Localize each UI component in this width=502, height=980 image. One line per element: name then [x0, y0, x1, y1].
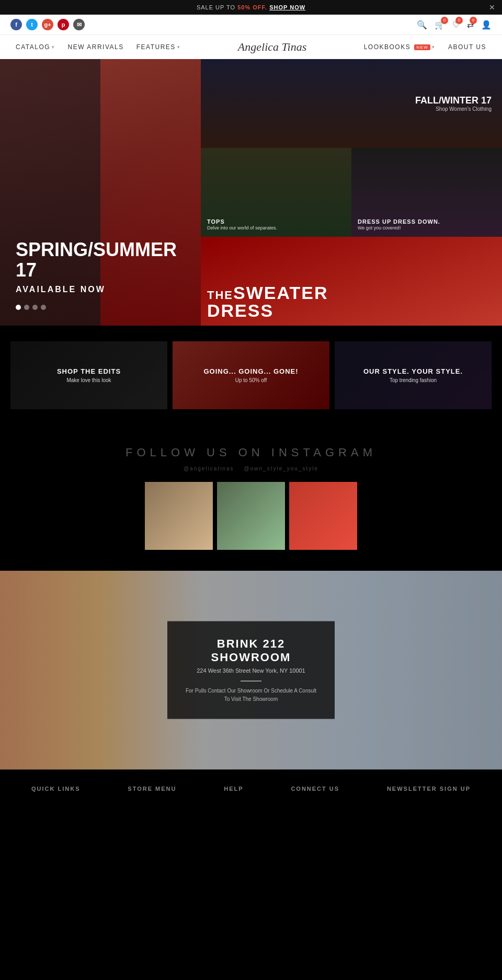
lookbooks-arrow: ▾ — [432, 44, 436, 50]
instagram-photo-1[interactable] — [145, 482, 213, 550]
hero-grid: SPRING/SUMMER 17 AVAILABLE NOW FALL/WINT… — [0, 59, 502, 326]
promo-sub-3: Top trending fashion — [390, 377, 437, 383]
hero-section: SPRING/SUMMER 17 AVAILABLE NOW FALL/WINT… — [0, 59, 502, 326]
cart-icon[interactable]: 🛒0 — [435, 20, 445, 30]
sale-text: SALE UP TO — [197, 4, 237, 10]
promo-card-3[interactable]: OUR STYLE. YOUR STYLE. Top trending fash… — [335, 341, 492, 409]
instagram-handle-1[interactable]: @angelicatinas — [184, 466, 234, 471]
nav-about[interactable]: ABOUT US — [448, 43, 486, 51]
footer-col-store-menu: STORE MENU — [128, 786, 176, 792]
social-bar: f t g+ p ✉ 🔍 🛒0 ♡0 ⇄0 👤 — [0, 15, 502, 34]
promo-sub-1: Make love this look — [66, 377, 111, 383]
hero-left-content: SPRING/SUMMER 17 AVAILABLE NOW — [16, 239, 185, 310]
brand-logo[interactable]: Angelica Tinas — [238, 40, 306, 54]
footer-connect-label[interactable]: CONNECT US — [291, 786, 339, 792]
tops-title: TOPS — [207, 218, 277, 225]
footer-columns: QUICK LINKS STORE MENU HELP CONNECT US N… — [10, 786, 492, 792]
footer-quick-links-label[interactable]: QUICK LINKS — [31, 786, 81, 792]
tops-content: TOPS Delve into our world of separates. — [207, 218, 277, 230]
showroom-card: BRINK 212 SHOWROOM 224 West 36th Street … — [167, 621, 335, 719]
footer-col-quick-links: QUICK LINKS — [31, 786, 81, 792]
dress-content: DRESS UP DRESS DOWN. We got you covered! — [358, 218, 440, 230]
nav-right: LOOKBOOKS NEW ▾ ABOUT US — [364, 43, 486, 51]
catalog-arrow: ▾ — [52, 44, 55, 50]
hero-cell-tops[interactable]: TOPS Delve into our world of separates. — [201, 148, 351, 237]
dot-4[interactable] — [41, 305, 46, 310]
footer-col-newsletter: NEWSLETTER SIGN UP — [387, 786, 471, 792]
instagram-handles: @angelicatinas @own_style_you_style — [10, 466, 492, 471]
dot-2[interactable] — [24, 305, 29, 310]
hero-title: SPRING/SUMMER 17 — [16, 239, 185, 281]
shop-now-link[interactable]: SHOP NOW — [269, 4, 305, 10]
main-nav: CATALOG ▾ NEW ARRIVALS FEATURES ▾ Angeli… — [0, 34, 502, 59]
promo-overlay-1: SHOP THE EDITS Make love this look — [10, 341, 167, 409]
fall-title: FALL/WINTER 17 — [415, 95, 492, 106]
dot-3[interactable] — [32, 305, 38, 310]
search-icon[interactable]: 🔍 — [417, 20, 427, 30]
showroom-address: 224 West 36th Street New York, NY 10001 — [183, 667, 319, 674]
footer-col-connect: CONNECT US — [291, 786, 339, 792]
sweater-prefix: THE — [207, 289, 233, 302]
nav-lookbooks[interactable]: LOOKBOOKS NEW ▾ — [364, 43, 436, 51]
promo-card-2[interactable]: GOING... GOING... GONE! Up to 50% off — [173, 341, 329, 409]
sweater-text: THESWEATERDRESS — [207, 284, 328, 319]
hero-cell-fall[interactable]: FALL/WINTER 17 Shop Women's Clothing — [201, 59, 502, 148]
nav-left: CATALOG ▾ NEW ARRIVALS FEATURES ▾ — [16, 43, 180, 51]
instagram-grid — [10, 482, 492, 550]
promo-section: SHOP THE EDITS Make love this look GOING… — [0, 326, 502, 425]
showroom-divider — [241, 681, 261, 682]
promo-overlay-3: OUR STYLE. YOUR STYLE. Top trending fash… — [335, 341, 492, 409]
promo-title-1: SHOP THE EDITS — [57, 367, 121, 375]
hero-right-grid: FALL/WINTER 17 Shop Women's Clothing TOP… — [201, 59, 502, 326]
fall-label: FALL/WINTER 17 Shop Women's Clothing — [415, 95, 492, 112]
slider-dots — [16, 305, 185, 310]
account-icon[interactable]: 👤 — [481, 20, 492, 30]
nav-new-arrivals[interactable]: NEW ARRIVALS — [68, 43, 124, 51]
footer-store-menu-label[interactable]: STORE MENU — [128, 786, 176, 792]
header-icons: 🔍 🛒0 ♡0 ⇄0 👤 — [417, 20, 492, 30]
email-icon[interactable]: ✉ — [73, 19, 85, 30]
hero-cell-dress[interactable]: DRESS UP DRESS DOWN. We got you covered! — [351, 148, 502, 237]
dress-title: DRESS UP DRESS DOWN. — [358, 218, 440, 225]
social-icons: f t g+ p ✉ — [10, 19, 85, 30]
showroom-title: BRINK 212 SHOWROOM — [183, 637, 319, 664]
showroom-section: BRINK 212 SHOWROOM 224 West 36th Street … — [0, 571, 502, 769]
features-arrow: ▾ — [177, 44, 181, 50]
dot-1[interactable] — [16, 305, 21, 310]
footer-col-help: HELP — [224, 786, 243, 792]
compare-badge: 0 — [470, 17, 477, 24]
nav-features[interactable]: FEATURES ▾ — [136, 43, 181, 51]
promo-card-1[interactable]: SHOP THE EDITS Make love this look — [10, 341, 167, 409]
footer-newsletter-label[interactable]: NEWSLETTER SIGN UP — [387, 786, 471, 792]
promo-sub-2: Up to 50% off — [235, 377, 267, 383]
pinterest-icon[interactable]: p — [58, 19, 69, 30]
cart-badge: 0 — [441, 17, 448, 24]
showroom-description: For Pulls Contact Our Showroom Or Schedu… — [183, 687, 319, 704]
close-banner-button[interactable]: ✕ — [489, 3, 496, 11]
dress-sub: We got you covered! — [358, 225, 440, 230]
instagram-title: FOLLOW US ON INSTAGRAM — [10, 446, 492, 459]
top-banner: SALE UP TO 50% OFF. SHOP NOW ✕ — [0, 0, 502, 15]
instagram-section: FOLLOW US ON INSTAGRAM @angelicatinas @o… — [0, 425, 502, 571]
instagram-photo-3[interactable] — [289, 482, 357, 550]
hero-left-panel[interactable]: SPRING/SUMMER 17 AVAILABLE NOW — [0, 59, 201, 326]
tops-sub: Delve into our world of separates. — [207, 225, 277, 230]
footer-help-label[interactable]: HELP — [224, 786, 243, 792]
wishlist-icon[interactable]: ♡0 — [452, 20, 460, 30]
instagram-handle-2[interactable]: @own_style_you_style — [244, 466, 318, 471]
promo-title-2: GOING... GOING... GONE! — [203, 367, 298, 375]
new-badge: NEW — [414, 44, 430, 50]
fall-sub: Shop Women's Clothing — [415, 106, 492, 112]
hero-cell-sweater[interactable]: THESWEATERDRESS — [201, 237, 502, 326]
facebook-icon[interactable]: f — [10, 19, 22, 30]
footer: QUICK LINKS STORE MENU HELP CONNECT US N… — [0, 769, 502, 802]
compare-icon[interactable]: ⇄0 — [467, 20, 474, 30]
nav-catalog[interactable]: CATALOG ▾ — [16, 43, 55, 51]
twitter-icon[interactable]: t — [26, 19, 38, 30]
google-plus-icon[interactable]: g+ — [42, 19, 53, 30]
instagram-photo-2[interactable] — [217, 482, 285, 550]
promo-overlay-2: GOING... GOING... GONE! Up to 50% off — [173, 341, 329, 409]
wishlist-badge: 0 — [455, 17, 463, 24]
promo-title-3: OUR STYLE. YOUR STYLE. — [363, 367, 463, 375]
hero-subtitle: AVAILABLE NOW — [16, 285, 185, 294]
